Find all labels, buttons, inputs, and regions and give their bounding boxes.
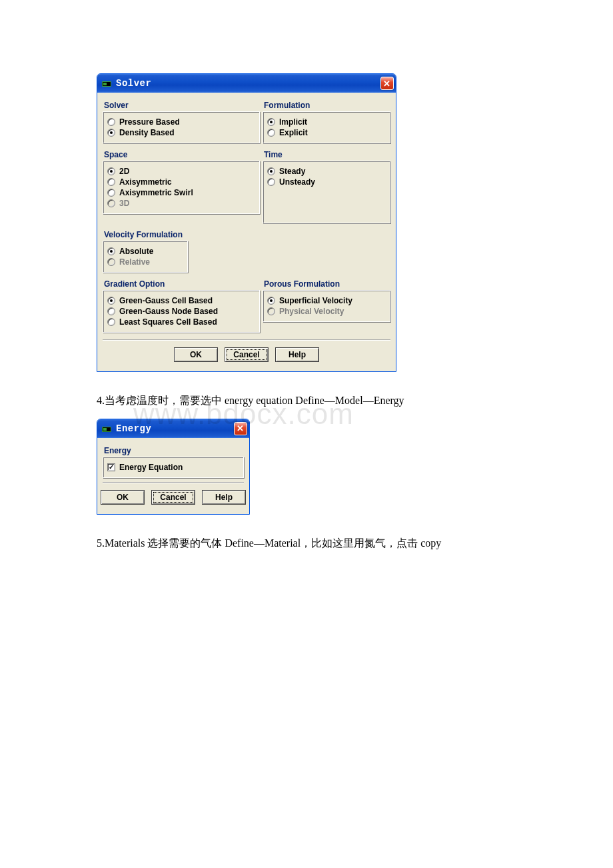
ok-button[interactable]: OK xyxy=(174,347,218,362)
energy-titlebar[interactable]: Energy ✕ xyxy=(97,419,249,438)
energy-group-label: Energy xyxy=(103,446,244,455)
radio-label: Steady xyxy=(279,167,305,176)
help-button[interactable]: Help xyxy=(202,490,246,505)
radio-3d: 3D xyxy=(107,199,254,208)
radio-axisymmetric[interactable]: Axisymmetric xyxy=(107,177,254,187)
porous-group: Superficial Velocity Physical Velocity xyxy=(263,290,390,322)
formulation-group: Implicit Explicit xyxy=(263,111,390,143)
radio-relative: Relative xyxy=(107,257,182,267)
checkbox-energy-equation[interactable]: ✓ Energy Equation xyxy=(107,463,238,472)
radio-density-based[interactable]: Density Based xyxy=(107,128,254,137)
checkbox-label: Energy Equation xyxy=(119,463,183,472)
formulation-group-label: Formulation xyxy=(263,101,390,110)
time-group-label: Time xyxy=(263,150,390,159)
close-icon[interactable]: ✕ xyxy=(380,77,394,90)
energy-group: ✓ Energy Equation xyxy=(103,457,244,478)
solver-group: Pressure Based Density Based xyxy=(103,111,260,143)
solver-titlebar[interactable]: Solver ✕ xyxy=(97,74,396,93)
radio-label: Physical Velocity xyxy=(279,307,344,316)
radio-label: Density Based xyxy=(119,128,175,137)
paragraph-5: 5.Materials 选择需要的气体 Define—Material，比如这里… xyxy=(97,535,516,552)
radio-lsq-cell[interactable]: Least Squares Cell Based xyxy=(107,317,254,327)
radio-superficial[interactable]: Superficial Velocity xyxy=(267,296,384,305)
energy-dialog: Energy ✕ Energy ✓ Energy Equation OK Can… xyxy=(97,419,250,515)
ok-button[interactable]: OK xyxy=(101,490,145,505)
radio-label: Axisymmetric xyxy=(119,177,172,187)
energy-title: Energy xyxy=(116,423,234,434)
space-group: 2D Axisymmetric Axisymmetric Swirl 3D xyxy=(103,161,260,214)
solver-group-label: Solver xyxy=(103,101,263,110)
help-button[interactable]: Help xyxy=(275,347,319,362)
paragraph-4: 4.当考虑温度时，需要选中 energy equation Define—Mod… xyxy=(97,392,516,409)
radio-explicit[interactable]: Explicit xyxy=(267,128,384,137)
energy-body: Energy ✓ Energy Equation OK Cancel Help xyxy=(97,438,249,514)
radio-steady[interactable]: Steady xyxy=(267,167,384,176)
radio-label: 2D xyxy=(119,167,129,176)
svg-rect-2 xyxy=(103,83,107,85)
space-group-label: Space xyxy=(103,150,263,159)
radio-label: Axisymmetric Swirl xyxy=(119,188,193,197)
gradient-group: Green-Gauss Cell Based Green-Gauss Node … xyxy=(103,290,260,333)
solver-title: Solver xyxy=(116,78,380,89)
radio-physical: Physical Velocity xyxy=(267,307,384,316)
checkbox-icon: ✓ xyxy=(107,463,115,471)
energy-button-row: OK Cancel Help xyxy=(103,482,244,507)
radio-label: Implicit xyxy=(279,117,307,127)
radio-implicit[interactable]: Implicit xyxy=(267,117,384,127)
solver-body: Solver Pressure Based Density Based Form… xyxy=(97,93,396,371)
radio-label: Least Squares Cell Based xyxy=(119,317,217,327)
radio-label: Green-Gauss Cell Based xyxy=(119,296,213,305)
radio-label: 3D xyxy=(119,199,129,208)
radio-pressure-based[interactable]: Pressure Based xyxy=(107,117,254,127)
radio-label: Explicit xyxy=(279,128,308,137)
app-icon xyxy=(101,423,112,434)
time-group: Steady Unsteady xyxy=(263,161,390,223)
cancel-button[interactable]: Cancel xyxy=(151,490,195,505)
velocity-group-label: Velocity Formulation xyxy=(103,230,390,239)
radio-label: Unsteady xyxy=(279,177,315,187)
solver-dialog: Solver ✕ Solver Pressure Based Density B… xyxy=(97,73,396,372)
cancel-button[interactable]: Cancel xyxy=(225,347,269,362)
radio-axisymmetric-swirl[interactable]: Axisymmetric Swirl xyxy=(107,188,254,197)
radio-label: Pressure Based xyxy=(119,117,180,127)
radio-gg-cell[interactable]: Green-Gauss Cell Based xyxy=(107,296,254,305)
radio-label: Superficial Velocity xyxy=(279,296,352,305)
velocity-group: Absolute Relative xyxy=(103,241,188,273)
radio-label: Green-Gauss Node Based xyxy=(119,307,218,316)
radio-label: Relative xyxy=(119,257,150,267)
radio-2d[interactable]: 2D xyxy=(107,167,254,176)
porous-group-label: Porous Formulation xyxy=(263,279,390,289)
radio-label: Absolute xyxy=(119,247,153,256)
close-icon[interactable]: ✕ xyxy=(234,422,247,435)
radio-absolute[interactable]: Absolute xyxy=(107,247,182,256)
gradient-group-label: Gradient Option xyxy=(103,279,263,289)
app-icon xyxy=(101,78,112,89)
solver-button-row: OK Cancel Help xyxy=(103,339,390,365)
svg-rect-5 xyxy=(103,428,107,431)
radio-gg-node[interactable]: Green-Gauss Node Based xyxy=(107,307,254,316)
radio-unsteady[interactable]: Unsteady xyxy=(267,177,384,187)
